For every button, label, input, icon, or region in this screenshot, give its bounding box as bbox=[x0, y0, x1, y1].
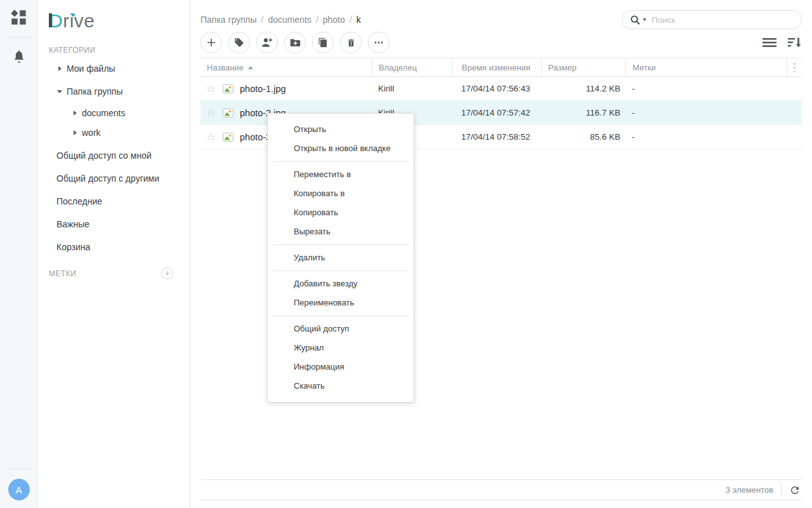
column-header-owner[interactable]: Владелец bbox=[372, 58, 452, 76]
move-to-folder-button[interactable] bbox=[284, 32, 306, 53]
search-input[interactable] bbox=[652, 15, 794, 25]
menu-item-log[interactable]: Журнал bbox=[268, 338, 414, 358]
search-scope-caret-icon[interactable] bbox=[643, 18, 646, 21]
column-label: Владелец bbox=[379, 63, 417, 72]
menu-item-copy[interactable]: Копировать bbox=[268, 203, 414, 222]
sort-ascending-icon bbox=[248, 66, 253, 69]
star-toggle-icon[interactable]: ☆ bbox=[206, 84, 217, 94]
table-row[interactable]: ☆ photo-1.jpg Kirill 17/04/14 07:56:43 1… bbox=[200, 77, 802, 101]
item-count: 3 элементов bbox=[726, 485, 773, 495]
breadcrumb: Папка группы / documents / photo / k bbox=[200, 10, 361, 29]
refresh-button[interactable] bbox=[789, 485, 801, 496]
sidebar-item-trash[interactable]: Корзина bbox=[38, 236, 190, 258]
image-file-icon bbox=[223, 109, 233, 117]
caret-right-icon[interactable] bbox=[55, 66, 64, 71]
label-tag-button[interactable] bbox=[228, 32, 250, 53]
file-size: 114.2 KB bbox=[541, 84, 625, 93]
caret-down-icon[interactable] bbox=[55, 90, 64, 93]
sort-order-icon[interactable] bbox=[788, 37, 802, 48]
menu-divider bbox=[273, 316, 409, 316]
breadcrumb-separator: / bbox=[316, 15, 318, 25]
caret-right-icon[interactable] bbox=[70, 110, 79, 116]
column-label: Время изменения bbox=[462, 63, 530, 72]
menu-item-add-star[interactable]: Добавить звезду bbox=[268, 274, 414, 293]
file-owner: Kirill bbox=[372, 84, 452, 93]
file-size: 116.7 KB bbox=[541, 108, 625, 117]
column-settings-button[interactable] bbox=[787, 58, 802, 76]
star-toggle-icon[interactable]: ☆ bbox=[206, 108, 217, 118]
logo-letter-d: D bbox=[49, 10, 63, 32]
breadcrumb-separator: / bbox=[261, 15, 264, 25]
menu-item-download[interactable]: Скачать bbox=[268, 377, 414, 396]
toolbar bbox=[190, 29, 812, 53]
file-labels: - bbox=[625, 108, 802, 117]
sidebar-item-label: work bbox=[82, 128, 101, 138]
menu-item-rename[interactable]: Переименовать bbox=[268, 293, 414, 312]
caret-right-icon[interactable] bbox=[70, 130, 79, 135]
file-labels: - bbox=[625, 132, 802, 142]
topbar: Папка группы / documents / photo / k bbox=[190, 0, 812, 29]
breadcrumb-separator: / bbox=[350, 15, 352, 25]
file-name: photo-1.jpg bbox=[240, 84, 286, 94]
menu-item-open-new-tab[interactable]: Открыть в новой вкладке bbox=[268, 139, 414, 158]
column-label: Метки bbox=[632, 63, 656, 72]
status-bar: 3 элементов bbox=[200, 479, 802, 500]
breadcrumb-item[interactable]: Папка группы bbox=[200, 15, 257, 25]
search-box[interactable] bbox=[622, 10, 802, 29]
menu-item-open[interactable]: Открыть bbox=[268, 120, 414, 139]
more-ellipsis-button[interactable] bbox=[368, 32, 390, 53]
sidebar-item-label: Общий доступ с другими bbox=[56, 173, 159, 184]
breadcrumb-current: k bbox=[357, 15, 361, 25]
column-header-labels[interactable]: Метки bbox=[625, 58, 787, 76]
menu-item-copy-to[interactable]: Копировать в bbox=[268, 184, 414, 203]
app-rail: A bbox=[0, 0, 38, 508]
sidebar-item-shared-with-others[interactable]: Общий доступ с другими bbox=[38, 167, 190, 190]
breadcrumb-item[interactable]: documents bbox=[268, 15, 311, 25]
file-modified: 17/04/14 07:58:52 bbox=[452, 132, 541, 142]
file-labels: - bbox=[625, 84, 802, 93]
share-user-button[interactable] bbox=[256, 32, 278, 53]
menu-divider bbox=[273, 161, 409, 162]
column-header-name[interactable]: Название bbox=[200, 58, 372, 76]
delete-trash-button[interactable] bbox=[340, 32, 362, 53]
menu-item-delete[interactable]: Удалить bbox=[268, 248, 414, 267]
user-avatar[interactable]: A bbox=[8, 479, 30, 500]
table-header: Название Владелец Время изменения Размер… bbox=[200, 58, 802, 77]
labels-section: МЕТКИ + bbox=[38, 267, 190, 279]
sidebar-item-label: Корзина bbox=[56, 242, 90, 252]
apps-grid-icon[interactable] bbox=[10, 8, 29, 27]
categories-header: КАТЕГОРИИ bbox=[49, 46, 190, 55]
labels-header: МЕТКИ bbox=[49, 269, 76, 278]
sidebar-item-shared-with-me[interactable]: Общий доступ со мной bbox=[38, 144, 190, 167]
rail-divider bbox=[5, 37, 33, 37]
sidebar-item-my-files[interactable]: Мои файлы bbox=[38, 57, 190, 80]
breadcrumb-item[interactable]: photo bbox=[323, 15, 345, 25]
logo-text: rive bbox=[63, 10, 95, 32]
context-menu: Открыть Открыть в новой вкладке Перемест… bbox=[267, 113, 414, 403]
menu-divider bbox=[273, 271, 409, 271]
sidebar-item-documents[interactable]: documents bbox=[38, 103, 190, 123]
search-icon[interactable] bbox=[630, 15, 641, 25]
sidebar-item-label: Папка группы bbox=[67, 86, 123, 97]
menu-item-share[interactable]: Общий доступ bbox=[268, 319, 414, 338]
sidebar-item-label: documents bbox=[82, 108, 125, 118]
drive-logo: Drive bbox=[49, 9, 190, 33]
column-header-size[interactable]: Размер bbox=[541, 58, 625, 76]
add-button[interactable] bbox=[200, 32, 222, 53]
sidebar-item-team-folder[interactable]: Папка группы bbox=[38, 80, 190, 103]
menu-item-cut[interactable]: Вырезать bbox=[268, 222, 414, 241]
copy-button[interactable] bbox=[312, 32, 334, 53]
add-label-button[interactable]: + bbox=[161, 267, 173, 279]
kebab-icon bbox=[794, 62, 796, 73]
sidebar-item-starred[interactable]: Важные bbox=[38, 213, 190, 236]
sidebar-item-work[interactable]: work bbox=[38, 123, 190, 142]
column-header-modified[interactable]: Время изменения bbox=[452, 58, 541, 76]
sidebar-item-label: Мои файлы bbox=[67, 64, 115, 74]
notifications-bell-icon[interactable] bbox=[10, 47, 29, 66]
menu-item-info[interactable]: Информация bbox=[268, 358, 414, 377]
sidebar-item-recent[interactable]: Последние bbox=[38, 190, 190, 213]
menu-item-move-to[interactable]: Переместить в bbox=[268, 165, 414, 184]
sidebar-item-label: Важные bbox=[56, 219, 89, 229]
list-view-icon[interactable] bbox=[763, 37, 776, 48]
star-toggle-icon[interactable]: ☆ bbox=[206, 132, 217, 142]
